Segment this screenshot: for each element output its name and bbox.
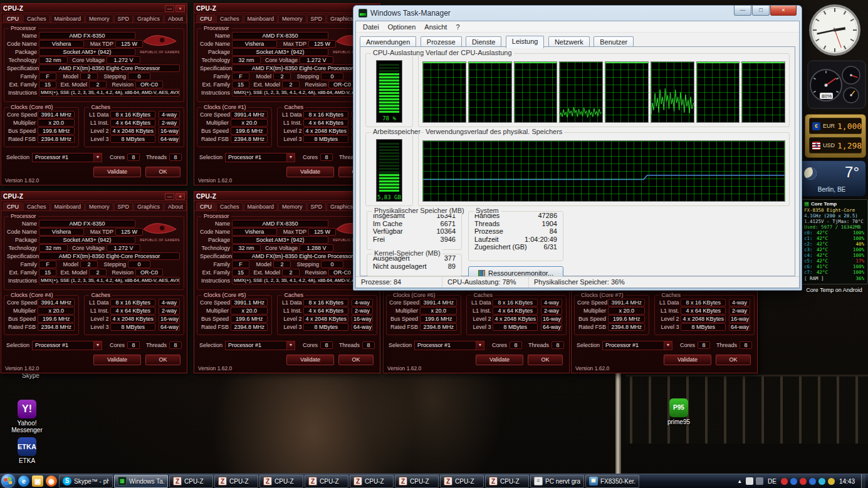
taskbar-button[interactable]: Z CPU-Z xyxy=(395,475,439,488)
desktop-icon-prime95[interactable]: P95 prime95 xyxy=(658,398,699,425)
media-player-icon[interactable]: ◉ xyxy=(46,475,57,487)
taskbar-button[interactable]: Z CPU-Z xyxy=(259,475,303,488)
tab-graphics[interactable]: Graphics xyxy=(133,14,164,23)
ok-button[interactable]: OK xyxy=(145,167,180,177)
tab-mainboard[interactable]: Mainboard xyxy=(51,14,85,23)
language-indicator[interactable]: DE xyxy=(766,478,778,485)
windows-explorer-icon[interactable]: ▣ xyxy=(32,475,43,487)
processor-select[interactable]: Processor #1 ▼ xyxy=(602,341,672,350)
tab-cpu[interactable]: CPU xyxy=(196,14,216,23)
tab-cpu[interactable]: CPU xyxy=(196,202,216,210)
tab-caches[interactable]: Caches xyxy=(23,14,50,23)
core-temp-tray-icon[interactable] xyxy=(790,478,797,485)
currency-gadget[interactable]: € EUR 1,000 $ USD 1,298 xyxy=(805,114,866,158)
close-button[interactable]: × xyxy=(175,5,185,12)
tray-icon[interactable] xyxy=(828,478,835,485)
start-button[interactable] xyxy=(1,474,15,488)
cpuz-titlebar[interactable]: CPU-Z — × xyxy=(1,4,187,13)
desktop-icon-yahoo-messenger[interactable]: Y! Yahoo! Messenger xyxy=(6,400,48,433)
cpuz-titlebar[interactable]: CPU-Z — × xyxy=(194,192,380,201)
hidden-icons-chevron[interactable]: ▲ xyxy=(736,479,743,484)
tab-mainboard[interactable]: Mainboard xyxy=(244,14,278,23)
desktop-icon-etka[interactable]: ETKA ETKA xyxy=(6,437,48,464)
maximize-button[interactable]: □ xyxy=(752,6,770,16)
processor-group-label: Processor xyxy=(9,213,38,219)
processor-select[interactable]: Processor #1 ▼ xyxy=(414,341,484,350)
validate-button[interactable]: Validate xyxy=(664,355,711,365)
processor-select[interactable]: Processor #1 ▼ xyxy=(32,341,102,350)
ext-model-field: 2 xyxy=(282,81,300,88)
tab-leistung[interactable]: Leistung xyxy=(506,36,545,48)
l1-inst-assoc-field: 2-way xyxy=(159,307,180,314)
clock-gadget[interactable] xyxy=(808,4,861,56)
taskbar-button[interactable]: Z CPU-Z xyxy=(214,475,258,488)
tray-icon[interactable] xyxy=(746,477,753,485)
core-temp-tray-icon[interactable] xyxy=(800,478,807,485)
tab-graphics[interactable]: Graphics xyxy=(327,14,357,23)
taskbar-button[interactable]: ≡ PC nervt gra... xyxy=(530,475,584,488)
tab-memory[interactable]: Memory xyxy=(278,14,306,23)
tab-about[interactable]: About xyxy=(164,14,187,23)
processor-select[interactable]: Processor #1 ▼ xyxy=(225,153,295,162)
validate-button[interactable]: Validate xyxy=(286,167,334,177)
tab-spd[interactable]: SPD xyxy=(307,202,327,210)
cpuz-titlebar[interactable]: CPU-Z — × xyxy=(194,4,380,13)
tab-graphics[interactable]: Graphics xyxy=(133,202,164,210)
close-button[interactable]: × xyxy=(770,6,797,16)
menu-ansicht[interactable]: Ansicht xyxy=(420,23,451,31)
tray-icon[interactable] xyxy=(756,477,763,485)
processor-select[interactable]: Processor #1 ▼ xyxy=(225,341,295,350)
ok-button[interactable]: OK xyxy=(716,355,751,365)
minimize-button[interactable]: — xyxy=(734,6,751,16)
close-button[interactable]: × xyxy=(175,193,185,200)
tray-icon[interactable] xyxy=(818,478,825,485)
tab-caches[interactable]: Caches xyxy=(23,202,50,210)
weather-gadget[interactable]: 7° Berlin, BE xyxy=(797,160,866,197)
tab-about[interactable]: About xyxy=(164,202,187,210)
taskbar-button[interactable]: Z CPU-Z xyxy=(350,475,394,488)
tab-cpu[interactable]: CPU xyxy=(3,202,23,210)
core-temp-tray-icon[interactable] xyxy=(809,478,816,485)
tab-spd[interactable]: SPD xyxy=(114,14,133,23)
tab-mainboard[interactable]: Mainboard xyxy=(244,202,278,210)
internet-browser-icon[interactable]: e xyxy=(18,475,29,487)
show-desktop-button[interactable] xyxy=(861,474,865,488)
taskbar-button[interactable]: ▥ Windows Ta... xyxy=(114,475,168,488)
cpu-meter-gadget[interactable]: 80% xyxy=(807,60,866,109)
menu-hilfe[interactable]: ? xyxy=(451,23,464,31)
tab-spd[interactable]: SPD xyxy=(114,202,133,210)
taskbar-button[interactable]: Z CPU-Z xyxy=(169,475,213,488)
core-temp-gadget[interactable]: Core Temp FX-8350 Eight-Core 4.1GHz (200… xyxy=(800,199,868,284)
ok-button[interactable]: OK xyxy=(528,355,563,365)
taskbar-button[interactable]: Z CPU-Z xyxy=(440,475,484,488)
menu-optionen[interactable]: Optionen xyxy=(384,23,421,31)
ok-button[interactable]: OK xyxy=(338,355,374,365)
taskbar-button[interactable]: ▣ FX8350-Ker... xyxy=(585,475,639,488)
cpuz-titlebar[interactable]: CPU-Z — × xyxy=(1,192,187,201)
tab-caches[interactable]: Caches xyxy=(216,14,243,23)
tab-memory[interactable]: Memory xyxy=(85,202,113,210)
core-temp-android-link[interactable]: Core Temp on Android xyxy=(800,287,868,293)
tab-memory[interactable]: Memory xyxy=(85,14,113,23)
processor-select[interactable]: Processor #1 ▼ xyxy=(32,153,102,162)
tab-mainboard[interactable]: Mainboard xyxy=(51,202,85,210)
tab-spd[interactable]: SPD xyxy=(307,14,327,23)
tab-graphics[interactable]: Graphics xyxy=(327,202,357,210)
minimize-button[interactable]: — xyxy=(165,5,174,12)
validate-button[interactable]: Validate xyxy=(93,355,141,365)
validate-button[interactable]: Validate xyxy=(286,355,334,365)
taskbar-button[interactable]: S Skype™ - ph... xyxy=(59,475,113,488)
tab-memory[interactable]: Memory xyxy=(278,202,306,210)
cores-label: Cores xyxy=(492,342,507,348)
taskbar-button[interactable]: Z CPU-Z xyxy=(485,475,529,488)
tab-cpu[interactable]: CPU xyxy=(3,14,23,23)
tab-caches[interactable]: Caches xyxy=(216,202,243,210)
taskbar-button[interactable]: Z CPU-Z xyxy=(305,475,348,488)
clock[interactable]: 14:43 xyxy=(837,478,859,485)
core-temp-tray-icon[interactable] xyxy=(781,478,788,485)
minimize-button[interactable]: — xyxy=(165,193,174,200)
validate-button[interactable]: Validate xyxy=(476,355,523,365)
menu-datei[interactable]: Datei xyxy=(358,23,384,31)
validate-button[interactable]: Validate xyxy=(93,167,141,177)
ok-button[interactable]: OK xyxy=(145,355,180,365)
